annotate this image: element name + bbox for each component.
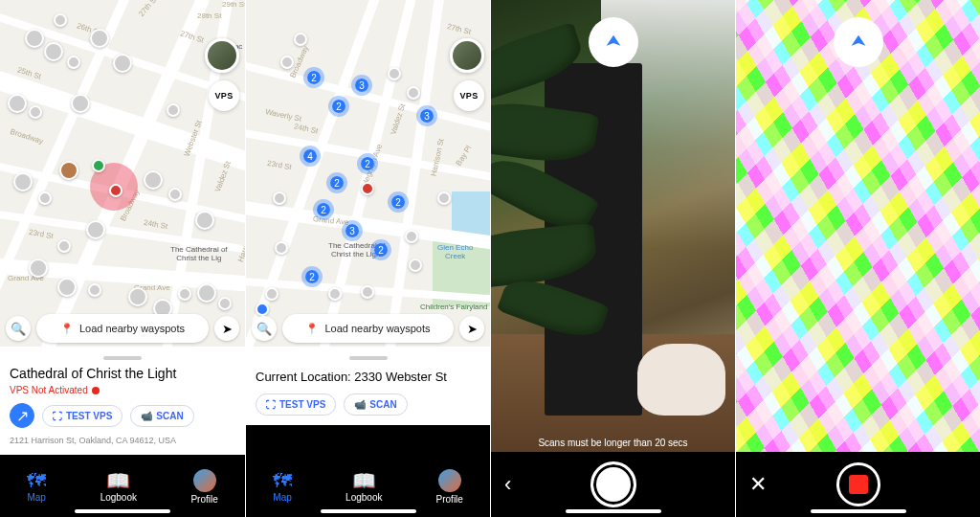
screenshot-scan-idle: Scans must be longer than 20 secs ‹ [490, 0, 735, 517]
tab-label: Map [273, 492, 291, 503]
wayspot-pin[interactable] [128, 287, 147, 306]
wayspot-pin[interactable] [195, 211, 214, 230]
cluster-pin[interactable]: 2 [370, 239, 391, 260]
wayspot-pin[interactable] [29, 258, 48, 278]
test-vps-label: TEST VPS [66, 411, 112, 421]
user-avatar[interactable] [205, 38, 239, 73]
wayspot-pin[interactable] [218, 297, 232, 310]
user-avatar[interactable] [450, 38, 484, 73]
wayspot-pin[interactable] [38, 191, 52, 205]
location-arrow-icon: ➤ [467, 322, 478, 336]
avatar-icon [438, 469, 461, 492]
cluster-pin[interactable]: 3 [416, 105, 437, 126]
wayspot-pin[interactable] [44, 42, 63, 61]
wayspot-pin[interactable] [197, 283, 216, 303]
cluster-pin[interactable]: 2 [388, 191, 409, 213]
wayspot-pin[interactable] [67, 56, 80, 69]
cluster-pin[interactable]: 2 [328, 96, 349, 117]
wayspot-pin[interactable] [144, 170, 163, 190]
cluster-pin[interactable]: 3 [351, 75, 372, 96]
wayspot-pin[interactable] [13, 172, 33, 191]
search-button[interactable]: 🔍 [6, 316, 31, 341]
wayspot-pin[interactable] [437, 191, 451, 205]
wayspot-pin[interactable] [405, 230, 418, 243]
camera-viewfinder[interactable] [491, 0, 735, 452]
wayspot-pin[interactable] [59, 161, 78, 180]
back-button[interactable]: ‹ [504, 474, 511, 495]
wayspot-pin[interactable] [361, 182, 374, 195]
wayspot-pin[interactable] [71, 94, 90, 113]
wayspot-pin[interactable] [178, 287, 191, 301]
cluster-pin[interactable]: 2 [357, 153, 378, 174]
cluster-pin[interactable]: 2 [326, 172, 347, 193]
vps-chip[interactable]: VPS [209, 80, 239, 111]
scan-button[interactable]: 📹SCAN [344, 393, 407, 416]
cluster-pin[interactable]: 4 [300, 146, 321, 167]
camera-viewfinder-mesh[interactable] [736, 0, 980, 452]
wayspot-pin[interactable] [57, 239, 71, 253]
map-icon: 🗺 [273, 471, 292, 490]
tab-logbook[interactable]: 📖Logbook [345, 471, 382, 503]
wayspot-pin[interactable] [407, 86, 420, 100]
wayspot-pin[interactable] [265, 287, 278, 301]
map-canvas[interactable]: Broadway 25th St 26th St 27th St 27th St… [0, 0, 245, 347]
tab-profile[interactable]: Profile [190, 469, 217, 505]
wayspot-pin[interactable] [168, 188, 182, 201]
test-vps-label: TEST VPS [279, 399, 325, 410]
scene-petbed [637, 344, 725, 416]
tab-logbook[interactable]: 📖Logbook [100, 471, 137, 503]
stop-record-button[interactable] [836, 462, 880, 506]
tab-profile[interactable]: Profile [436, 469, 463, 505]
wayspot-pin[interactable] [88, 283, 101, 297]
screenshot-scan-recording: 00:25 ✕ [735, 0, 980, 517]
poi-label: Children's Fairyland [420, 303, 487, 311]
shutter-button[interactable] [590, 461, 636, 507]
wayspot-pin[interactable] [54, 13, 67, 27]
search-icon: 🔍 [11, 322, 26, 336]
wayspot-pin[interactable] [25, 29, 44, 48]
wayspot-pin[interactable] [273, 191, 286, 205]
wayspot-pin[interactable] [113, 54, 132, 73]
cluster-pin[interactable]: 2 [313, 199, 334, 220]
camera-toolbar: ‹ [491, 452, 735, 517]
tab-bar: 🗺Map 📖Logbook Profile [246, 456, 490, 517]
wayspot-pin[interactable] [90, 29, 109, 48]
cluster-pin[interactable]: 2 [303, 67, 324, 88]
drag-handle[interactable] [103, 356, 142, 360]
load-wayspots-button[interactable]: 📍 Load nearby wayspots [36, 314, 209, 343]
wayspot-pin[interactable] [409, 258, 422, 272]
home-indicator [811, 509, 906, 513]
scan-frame-icon: ⛶ [53, 411, 62, 421]
wayspot-pin[interactable] [167, 103, 180, 117]
close-button[interactable]: ✕ [749, 474, 767, 495]
map-pin[interactable] [92, 159, 105, 172]
cluster-pin[interactable]: 2 [301, 266, 323, 287]
wayspot-pin[interactable] [328, 287, 342, 301]
wayspot-pin[interactable] [57, 278, 77, 297]
compass-arrow-icon [848, 32, 869, 53]
tab-map[interactable]: 🗺Map [27, 471, 46, 503]
wayspot-pin[interactable] [275, 241, 288, 255]
drag-handle[interactable] [349, 356, 388, 360]
test-vps-button[interactable]: ⛶TEST VPS [42, 405, 122, 427]
vps-chip[interactable]: VPS [454, 80, 484, 111]
recenter-button[interactable]: ➤ [214, 316, 239, 341]
wayspot-pin[interactable] [280, 56, 294, 69]
home-indicator [566, 509, 661, 513]
share-button[interactable]: ↗ [10, 403, 34, 428]
wayspot-pin[interactable] [86, 220, 105, 239]
wayspot-pin[interactable] [8, 94, 27, 113]
recenter-button[interactable]: ➤ [459, 316, 484, 341]
wayspot-pin[interactable] [388, 67, 401, 80]
tab-map[interactable]: 🗺Map [273, 471, 292, 503]
wayspot-pin[interactable] [29, 105, 42, 119]
search-button[interactable]: 🔍 [252, 316, 277, 341]
cluster-pin[interactable]: 3 [342, 220, 363, 241]
map-canvas[interactable]: Broadway 23rd St 24th St Grand Ave Teleg… [246, 0, 490, 347]
wayspot-pin[interactable] [294, 33, 307, 46]
load-wayspots-button[interactable]: 📍 Load nearby wayspots [282, 314, 454, 343]
map-pin-selected[interactable] [109, 184, 122, 197]
wayspot-pin[interactable] [361, 285, 374, 299]
scan-button[interactable]: 📹SCAN [130, 405, 193, 427]
test-vps-button[interactable]: ⛶TEST VPS [256, 393, 336, 416]
